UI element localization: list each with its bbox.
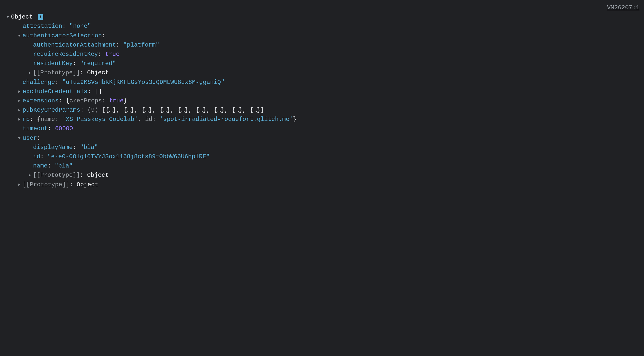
prop-key: displayName bbox=[33, 144, 73, 151]
prop-key: extensions bbox=[23, 97, 59, 104]
prop-key: excludeCredentials bbox=[23, 88, 87, 95]
chevron-right-icon[interactable] bbox=[16, 115, 23, 124]
preview-brace: { bbox=[37, 116, 41, 123]
row-display-name[interactable]: displayName: "bla" bbox=[5, 143, 639, 152]
row-prototype[interactable]: [[Prototype]]: Object bbox=[5, 180, 639, 189]
prop-value: Object bbox=[77, 181, 98, 188]
chevron-right-icon[interactable] bbox=[16, 87, 23, 96]
row-user[interactable]: user: bbox=[5, 133, 639, 143]
row-authenticator-attachment[interactable]: authenticatorAttachment: "platform" bbox=[5, 40, 639, 50]
prop-key: pubKeyCredParams bbox=[23, 107, 80, 113]
row-authenticator-selection[interactable]: authenticatorSelection: bbox=[5, 31, 639, 40]
prop-value: Object bbox=[87, 69, 109, 76]
prop-value: 60000 bbox=[55, 125, 73, 132]
preview-brace: } bbox=[293, 116, 296, 123]
prop-key: attestation bbox=[23, 23, 62, 30]
row-prototype[interactable]: [[Prototype]]: Object bbox=[5, 170, 639, 180]
chevron-right-icon[interactable] bbox=[16, 96, 23, 105]
prop-value: "bla" bbox=[80, 144, 98, 151]
prop-key: timeout bbox=[23, 125, 48, 132]
preview-key: credProps: bbox=[69, 97, 109, 104]
prop-key: id bbox=[33, 153, 40, 160]
preview-sep: , bbox=[138, 116, 145, 123]
chevron-down-icon[interactable] bbox=[16, 31, 23, 40]
row-root[interactable]: Object i bbox=[5, 12, 639, 22]
row-rp[interactable]: rp: {name: 'XS Passkeys Codelab', id: 's… bbox=[5, 115, 639, 124]
prop-value: "platform" bbox=[123, 42, 159, 48]
chevron-right-icon[interactable] bbox=[27, 170, 33, 180]
prop-key: authenticatorAttachment bbox=[33, 42, 116, 48]
prop-value: [] bbox=[95, 88, 102, 95]
prop-key: user bbox=[23, 135, 37, 141]
preview-key: name: bbox=[41, 116, 62, 123]
prop-key: authenticatorSelection bbox=[23, 32, 102, 39]
chevron-right-icon[interactable] bbox=[16, 180, 23, 189]
chevron-right-icon[interactable] bbox=[16, 105, 23, 115]
prop-value: Object bbox=[87, 172, 109, 179]
prop-key: [[Prototype]] bbox=[33, 172, 80, 179]
prop-key: rp bbox=[23, 116, 30, 123]
prop-value: "required" bbox=[80, 60, 116, 67]
prop-value: "uTuz9KSVsHbKKjKKFEGsYos3JQDMLWU8qx8M-gg… bbox=[62, 79, 224, 86]
prop-key: [[Prototype]] bbox=[33, 69, 80, 76]
chevron-down-icon[interactable] bbox=[5, 12, 11, 22]
object-label: Object bbox=[11, 14, 33, 20]
prop-value: true bbox=[105, 51, 120, 58]
row-resident-key[interactable]: residentKey: "required" bbox=[5, 59, 639, 68]
prop-value: "e-e0-OOlg10IVYJSox1168j8cts89tObbW66U6h… bbox=[48, 153, 210, 160]
preview-brace: } bbox=[123, 97, 127, 104]
object-tree: Object i attestation: "none" authenticat… bbox=[5, 12, 639, 189]
row-attestation[interactable]: attestation: "none" bbox=[5, 22, 639, 31]
row-extensions[interactable]: extensions: {credProps: true} bbox=[5, 96, 639, 105]
preview-brace: { bbox=[66, 97, 69, 104]
prop-key: residentKey bbox=[33, 60, 73, 67]
row-require-resident-key[interactable]: requireResidentKey: true bbox=[5, 50, 639, 59]
array-length: (9) bbox=[87, 107, 102, 113]
preview-key: id: bbox=[145, 116, 160, 123]
prop-key: requireResidentKey bbox=[33, 51, 98, 58]
row-timeout[interactable]: timeout: 60000 bbox=[5, 124, 639, 133]
preview-value: 'spot-irradiated-roquefort.glitch.me' bbox=[159, 116, 293, 123]
preview-value: 'XS Passkeys Codelab' bbox=[62, 116, 138, 123]
prop-value: "bla" bbox=[55, 162, 73, 169]
row-pubkeycredparams[interactable]: pubKeyCredParams: (9) [{…}, {…}, {…}, {…… bbox=[5, 105, 639, 115]
array-preview: [{…}, {…}, {…}, {…}, {…}, {…}, {…}, {…},… bbox=[102, 107, 264, 113]
source-location-link[interactable]: VM26207:1 bbox=[607, 3, 639, 12]
row-exclude-credentials[interactable]: excludeCredentials: [] bbox=[5, 87, 639, 96]
info-icon[interactable]: i bbox=[38, 14, 43, 20]
preview-value: true bbox=[109, 97, 124, 104]
row-challenge[interactable]: challenge: "uTuz9KSVsHbKKjKKFEGsYos3JQDM… bbox=[5, 78, 639, 87]
prop-value: "none" bbox=[69, 23, 91, 30]
prop-key: [[Prototype]] bbox=[23, 181, 69, 188]
chevron-down-icon[interactable] bbox=[16, 133, 23, 143]
prop-key: name bbox=[33, 162, 48, 169]
row-user-name[interactable]: name: "bla" bbox=[5, 161, 639, 170]
row-prototype[interactable]: [[Prototype]]: Object bbox=[5, 68, 639, 77]
chevron-right-icon[interactable] bbox=[27, 68, 33, 77]
prop-key: challenge bbox=[23, 79, 55, 86]
row-user-id[interactable]: id: "e-e0-OOlg10IVYJSox1168j8cts89tObbW6… bbox=[5, 152, 639, 161]
